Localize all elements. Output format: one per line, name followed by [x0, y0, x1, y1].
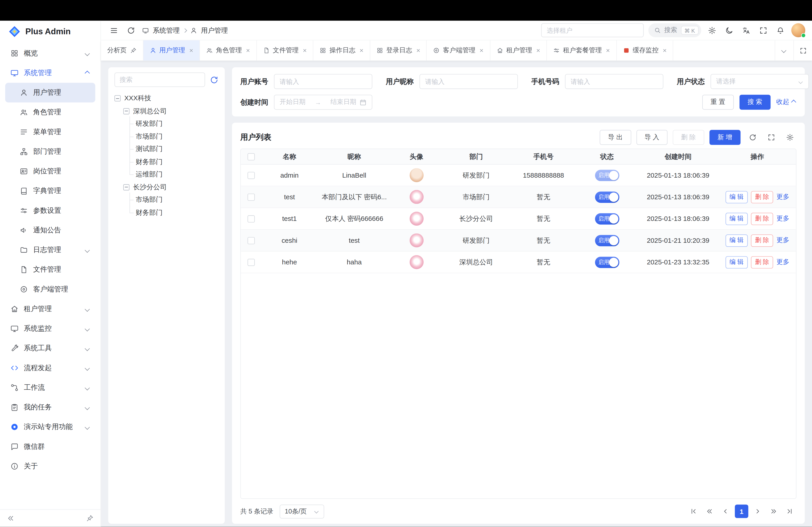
sidebar-item-system-management[interactable]: 系统管理 [5, 63, 95, 83]
collapse-filters-link[interactable]: 收起 [777, 98, 797, 107]
tree-collapse-icon[interactable] [114, 95, 121, 102]
tab-login-log[interactable]: 登录日志 × [370, 40, 427, 61]
close-tab-icon[interactable]: × [360, 47, 363, 54]
delete-row-button[interactable]: 删 除 [751, 191, 773, 203]
tree-leaf[interactable]: 测试部门 [114, 143, 218, 155]
pin-sidebar-icon[interactable] [86, 515, 93, 522]
sidebar-item-dict-management[interactable]: 字典管理 [5, 181, 95, 201]
sidebar-item-user-management[interactable]: 用户管理 [5, 83, 95, 102]
close-tab-icon[interactable]: × [189, 47, 193, 54]
nickname-field[interactable] [425, 78, 512, 85]
delete-row-button[interactable]: 删 除 [751, 256, 773, 268]
table-fullscreen-icon[interactable] [765, 131, 778, 144]
edit-button[interactable]: 编 辑 [725, 212, 748, 225]
tree-search-field[interactable] [119, 76, 200, 84]
tab-client-management[interactable]: 客户端管理 × [427, 40, 490, 61]
next-page-button[interactable] [751, 505, 765, 518]
sidebar-item-system-monitor[interactable]: 系统监控 [5, 319, 95, 338]
global-search-button[interactable]: 搜索 ⌘ K [648, 23, 701, 37]
status-toggle[interactable]: 启用 [595, 191, 619, 202]
sidebar-item-system-tools[interactable]: 系统工具 [5, 338, 95, 358]
fullscreen-icon[interactable] [757, 24, 770, 36]
tree-collapse-icon[interactable] [123, 184, 129, 191]
next-pages-button[interactable] [767, 505, 780, 518]
tabs-fullscreen-icon[interactable] [793, 40, 812, 61]
notifications-bell-icon[interactable] [774, 24, 786, 36]
more-actions-link[interactable]: 更多 [777, 193, 789, 201]
sidebar-item-demo-features[interactable]: 演示站专用功能 [5, 417, 95, 437]
more-actions-link[interactable]: 更多 [777, 214, 789, 223]
sidebar-item-log-management[interactable]: 日志管理 [5, 240, 95, 260]
import-button[interactable]: 导 入 [636, 130, 668, 145]
close-tab-icon[interactable]: × [536, 47, 540, 54]
reset-button[interactable]: 重 置 [702, 95, 734, 110]
status-select[interactable]: 请选择 [710, 74, 809, 89]
hamburger-menu-icon[interactable] [108, 24, 120, 36]
tree-leaf[interactable]: 财务部门 [114, 155, 218, 168]
export-button[interactable]: 导 出 [600, 130, 631, 145]
tab-operation-log[interactable]: 操作日志 × [314, 40, 371, 61]
row-checkbox[interactable] [247, 258, 255, 266]
tree-leaf[interactable]: 研发部门 [114, 118, 218, 130]
tab-analysis[interactable]: 分析页 [101, 40, 143, 61]
pin-icon[interactable] [130, 47, 136, 54]
language-switch-icon[interactable] [740, 24, 752, 36]
close-tab-icon[interactable]: × [480, 47, 483, 54]
add-button[interactable]: 新 增 [709, 130, 740, 145]
tree-node-branch[interactable]: 深圳总公司 [114, 105, 218, 118]
close-tab-icon[interactable]: × [663, 47, 667, 54]
tab-user-management[interactable]: 用户管理 × [143, 40, 200, 61]
sidebar-item-tenant-management[interactable]: 租户管理 [5, 299, 95, 319]
sidebar-item-notice[interactable]: 通知公告 [5, 221, 95, 240]
sidebar-item-post-management[interactable]: 岗位管理 [5, 161, 95, 181]
tenant-select-field[interactable] [547, 24, 638, 37]
more-actions-link[interactable]: 更多 [777, 236, 789, 245]
delete-row-button[interactable]: 删 除 [751, 234, 773, 246]
tab-role-management[interactable]: 角色管理 × [200, 40, 257, 61]
status-toggle[interactable]: 启用 [595, 213, 619, 225]
tree-refresh-icon[interactable] [210, 75, 219, 84]
phone-input[interactable] [565, 74, 663, 89]
select-all-checkbox[interactable] [247, 153, 255, 160]
row-checkbox[interactable] [247, 193, 255, 201]
edit-button[interactable]: 编 辑 [725, 234, 748, 246]
breadcrumb-root[interactable]: 系统管理 [153, 26, 179, 35]
search-button[interactable]: 搜 索 [739, 95, 770, 110]
sidebar-item-menu-management[interactable]: 菜单管理 [5, 122, 95, 142]
page-size-select[interactable]: 10条/页 [280, 505, 324, 518]
prev-page-button[interactable] [719, 505, 733, 518]
account-field[interactable] [280, 78, 367, 85]
tree-leaf[interactable]: 市场部门 [114, 130, 218, 143]
phone-field[interactable] [571, 78, 658, 85]
status-toggle[interactable]: 启用 [595, 169, 619, 181]
close-tab-icon[interactable]: × [416, 47, 420, 54]
tab-tenant-package-management[interactable]: 租户套餐管理 × [547, 40, 617, 61]
delete-button[interactable]: 删 除 [672, 130, 704, 145]
sidebar-item-wechat-group[interactable]: 微信群 [5, 437, 95, 456]
page-number-button[interactable]: 1 [735, 505, 749, 518]
sidebar-item-department-management[interactable]: 部门管理 [5, 142, 95, 161]
row-checkbox[interactable] [247, 215, 255, 222]
first-page-button[interactable] [686, 505, 700, 518]
sidebar-item-role-management[interactable]: 角色管理 [5, 103, 95, 122]
account-input[interactable] [274, 74, 372, 89]
row-checkbox[interactable] [247, 171, 255, 179]
tabs-dropdown-icon[interactable] [775, 40, 794, 61]
settings-gear-icon[interactable] [706, 24, 718, 36]
tree-node-root[interactable]: XXX科技 [114, 92, 218, 105]
delete-row-button[interactable]: 删 除 [751, 212, 773, 225]
sidebar-item-my-tasks[interactable]: 我的任务 [5, 397, 95, 417]
tree-search-input[interactable] [114, 72, 205, 87]
table-settings-icon[interactable] [783, 131, 796, 144]
tree-leaf[interactable]: 市场部门 [114, 194, 218, 206]
more-actions-link[interactable]: 更多 [777, 258, 789, 267]
status-toggle[interactable]: 启用 [595, 235, 619, 246]
status-toggle[interactable]: 启用 [595, 257, 619, 268]
tab-tenant-management[interactable]: 租户管理 × [490, 40, 547, 61]
row-checkbox[interactable] [247, 237, 255, 244]
sidebar-item-about[interactable]: 关于 [5, 456, 95, 476]
close-tab-icon[interactable]: × [606, 47, 610, 54]
prev-pages-button[interactable] [703, 505, 716, 518]
date-range-input[interactable]: 开始日期 → 结束日期 [274, 95, 372, 110]
tab-file-management[interactable]: 文件管理 × [257, 40, 314, 61]
